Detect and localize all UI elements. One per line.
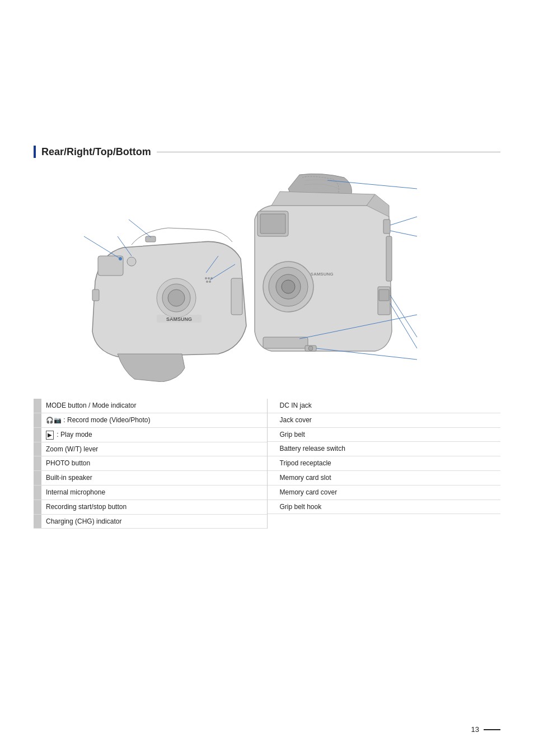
svg-rect-14 [92,290,99,301]
legend-item-dc-jack: DC IN jack [268,399,501,413]
legend-text: Jack cover [275,413,316,427]
legend-text: Grip belt [275,428,310,442]
svg-point-10 [208,277,210,279]
svg-rect-15 [231,278,242,315]
legend-bar [268,442,275,456]
legend-bar [268,486,275,500]
legend-bar [34,399,41,413]
left-legend-column: MODE button / Mode indicator 🎧📷 : Record… [34,399,268,529]
legend-bar [268,399,275,413]
svg-rect-25 [386,236,392,281]
camera-illustration: SAMSUNG [34,169,500,382]
legend-bar [34,486,41,500]
legend-bar [34,515,41,529]
legend-bar [268,471,275,485]
svg-text:SAMSUNG: SAMSUNG [166,316,192,322]
legend-item-grip-belt: Grip belt [268,428,501,442]
svg-point-8 [127,257,136,266]
page-number: 13 [471,725,479,734]
legend-text: Charging (CHG) indicator [41,515,126,529]
legend-text: Memory card cover [275,486,342,500]
legend-item-jack-cover: Jack cover [268,413,501,428]
legend-text: Zoom (W/T) lever [41,442,102,456]
legend-text: Memory card slot [275,471,336,485]
legend-item-grip-hook: Grip belt hook [268,500,501,515]
legend-bar [268,428,275,442]
legend-item-battery-release: Battery release switch [268,442,501,456]
legend-item-record-mode: 🎧📷 : Record mode (Video/Photo) [34,413,267,428]
page-number-container: 13 [471,725,500,734]
legend-bar [34,456,41,470]
page-container: Rear/Right/Top/Bottom SAMSUNG [0,0,534,756]
legend-text: PHOTO button [41,456,95,470]
legend-bar [34,413,41,427]
heading-title: Rear/Right/Top/Bottom [41,146,151,158]
svg-point-34 [308,346,313,351]
svg-text:SAMSUNG: SAMSUNG [311,272,334,277]
legend-item-play-mode: ▶ : Play mode [34,428,267,442]
legend-text: DC IN jack [275,399,316,413]
legend-item-tripod: Tripod receptacle [268,456,501,471]
legend-text: Grip belt hook [275,500,326,514]
legend-item-memory-cover: Memory card cover [268,486,501,500]
heading-line [157,152,500,152]
legend-text: Tripod receptacle [275,456,336,470]
svg-point-13 [209,281,211,283]
svg-line-36 [390,217,417,225]
legend-item-photo-button: PHOTO button [34,456,267,471]
heading-bar [34,146,36,158]
legend-item-charging: Charging (CHG) indicator [34,515,267,529]
legend-text: Internal microphone [41,486,110,500]
legend-bar [34,471,41,485]
legend-bar [34,500,41,514]
svg-rect-35 [383,220,390,234]
legend-bar [268,456,275,470]
legend-bar [268,413,275,427]
legend-text: Battery release switch [275,442,350,456]
legend-bar [34,428,41,442]
legend-text: ▶ : Play mode [41,428,97,442]
legend-text: MODE button / Mode indicator [41,399,140,413]
section-heading: Rear/Right/Top/Bottom [34,146,500,158]
svg-line-40 [390,295,417,337]
legend-item-memory-slot: Memory card slot [268,471,501,486]
legend-item-zoom: Zoom (W/T) lever [34,442,267,457]
legend-bar [268,500,275,514]
legend-item-record-button: Recording start/stop button [34,500,267,515]
svg-line-16 [84,236,120,259]
legend-section: MODE button / Mode indicator 🎧📷 : Record… [34,399,500,529]
legend-item-internal-mic: Internal microphone [34,486,267,500]
svg-point-17 [119,257,122,260]
svg-point-9 [205,277,207,279]
svg-point-12 [206,281,208,283]
legend-bar [34,442,41,456]
svg-line-37 [390,231,417,236]
legend-item-speaker: Built-in speaker [34,471,267,486]
svg-point-31 [282,280,295,293]
legend-item-mode-button: MODE button / Mode indicator [34,399,267,413]
page-number-line [484,729,500,730]
legend-text: Recording start/stop button [41,500,131,514]
svg-rect-32 [263,337,308,348]
legend-text: 🎧📷 : Record mode (Video/Photo) [41,413,155,427]
svg-point-3 [168,290,185,306]
svg-rect-27 [379,290,389,301]
camera-diagram: SAMSUNG [34,169,500,382]
legend-text: Built-in speaker [41,471,97,485]
svg-line-41 [390,304,417,348]
svg-rect-23 [260,214,285,234]
svg-line-18 [129,220,151,237]
right-legend-column: DC IN jack Jack cover Grip belt Battery … [268,399,501,529]
